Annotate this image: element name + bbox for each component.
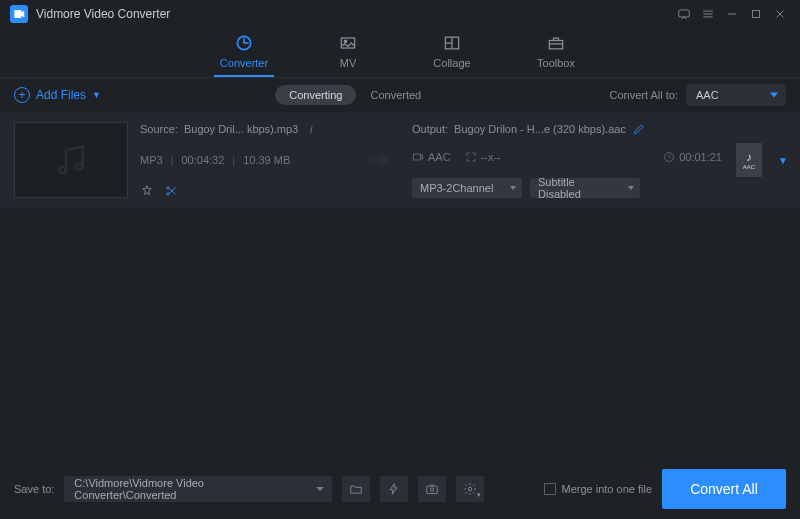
resolution-cell: --x-- bbox=[465, 151, 501, 163]
maximize-icon[interactable] bbox=[746, 4, 766, 24]
svg-rect-1 bbox=[753, 11, 760, 18]
rename-pencil-icon[interactable] bbox=[632, 122, 646, 136]
minimize-icon[interactable] bbox=[722, 4, 742, 24]
save-to-label: Save to: bbox=[14, 483, 54, 495]
feedback-icon[interactable] bbox=[674, 4, 694, 24]
settings-button[interactable]: ▾ bbox=[456, 476, 484, 502]
subtitle-select[interactable]: Subtitle Disabled bbox=[530, 178, 640, 198]
svg-rect-6 bbox=[549, 41, 562, 49]
clock-icon bbox=[663, 151, 675, 163]
tab-converter[interactable]: Converter bbox=[214, 33, 274, 77]
svg-point-7 bbox=[59, 167, 66, 174]
tab-collage[interactable]: Collage bbox=[422, 33, 482, 77]
sub-toolbar: + Add Files ▼ Converting Converted Conve… bbox=[0, 78, 800, 112]
output-format: AAC bbox=[428, 151, 451, 163]
output-format-chevron-icon[interactable]: ▼ bbox=[776, 122, 786, 198]
checkbox-icon bbox=[544, 483, 556, 495]
tab-toolbox[interactable]: Toolbox bbox=[526, 33, 586, 77]
output-duration: 00:01:21 bbox=[679, 151, 722, 163]
output-filename: Bugoy Drilon - H...e (320 kbps).aac bbox=[454, 123, 626, 135]
main-nav: Converter MV Collage Toolbox bbox=[0, 28, 800, 78]
app-title: Vidmore Video Converter bbox=[36, 7, 670, 21]
video-icon bbox=[412, 151, 424, 163]
collage-icon bbox=[442, 33, 462, 53]
footer-bar: Save to: C:\Vidmore\Vidmore Video Conver… bbox=[0, 459, 800, 519]
expand-icon bbox=[465, 151, 477, 163]
add-files-button[interactable]: + Add Files ▼ bbox=[14, 87, 101, 103]
chevron-down-icon: ▼ bbox=[92, 90, 101, 100]
snapshot-button[interactable] bbox=[418, 476, 446, 502]
title-bar: Vidmore Video Converter bbox=[0, 0, 800, 28]
resolution: --x-- bbox=[481, 151, 501, 163]
mv-icon bbox=[338, 33, 358, 53]
save-path-select[interactable]: C:\Vidmore\Vidmore Video Converter\Conve… bbox=[64, 476, 332, 502]
svg-rect-11 bbox=[414, 154, 421, 160]
output-format-badge: AAC bbox=[743, 164, 755, 170]
svg-point-4 bbox=[344, 40, 347, 43]
tab-label: Toolbox bbox=[537, 57, 575, 69]
menu-icon[interactable] bbox=[698, 4, 718, 24]
source-duration: 00:04:32 bbox=[181, 154, 224, 166]
converter-icon bbox=[234, 33, 254, 53]
music-note-icon: ♪ bbox=[746, 150, 752, 164]
tab-label: Collage bbox=[433, 57, 470, 69]
close-icon[interactable] bbox=[770, 4, 790, 24]
svg-point-9 bbox=[167, 193, 169, 195]
arrow-icon bbox=[360, 122, 400, 198]
source-label: Source: bbox=[140, 123, 178, 135]
convert-all-button[interactable]: Convert All bbox=[662, 469, 786, 509]
info-icon[interactable]: i bbox=[304, 122, 318, 136]
select-value: AAC bbox=[696, 89, 719, 101]
audio-channel-select[interactable]: MP3-2Channel bbox=[412, 178, 522, 198]
toolbox-icon bbox=[546, 33, 566, 53]
svg-point-8 bbox=[76, 163, 83, 170]
tab-label: Converter bbox=[220, 57, 268, 69]
svg-point-15 bbox=[469, 487, 473, 491]
svg-point-10 bbox=[167, 187, 169, 189]
svg-rect-13 bbox=[427, 486, 438, 494]
svg-point-14 bbox=[431, 488, 435, 492]
gear-icon bbox=[463, 482, 477, 496]
status-segment: Converting Converted bbox=[101, 85, 610, 105]
source-size: 10.39 MB bbox=[243, 154, 290, 166]
file-item: Source: Bugoy Dril... kbps).mp3 i MP3 | … bbox=[0, 112, 800, 208]
merge-checkbox[interactable]: Merge into one file bbox=[544, 483, 653, 495]
open-folder-button[interactable] bbox=[342, 476, 370, 502]
add-files-label: Add Files bbox=[36, 88, 86, 102]
tab-mv[interactable]: MV bbox=[318, 33, 378, 77]
convert-all-label: Convert All bbox=[690, 481, 758, 497]
svg-rect-0 bbox=[679, 10, 690, 17]
output-label: Output: bbox=[412, 123, 448, 135]
segment-converted[interactable]: Converted bbox=[356, 85, 435, 105]
cut-scissors-icon[interactable] bbox=[164, 184, 178, 198]
source-format: MP3 bbox=[140, 154, 163, 166]
convert-all-format-select[interactable]: AAC bbox=[686, 84, 786, 106]
save-path-value: C:\Vidmore\Vidmore Video Converter\Conve… bbox=[74, 477, 306, 501]
output-format-button[interactable]: ♪ AAC bbox=[734, 122, 764, 198]
merge-label: Merge into one file bbox=[562, 483, 653, 495]
duration-cell: 00:01:21 bbox=[663, 151, 722, 163]
output-column: Output: Bugoy Drilon - H...e (320 kbps).… bbox=[412, 122, 722, 198]
tab-label: MV bbox=[340, 57, 357, 69]
plus-icon: + bbox=[14, 87, 30, 103]
source-column: Source: Bugoy Dril... kbps).mp3 i MP3 | … bbox=[140, 122, 348, 198]
convert-all-to-label: Convert All to: bbox=[610, 89, 678, 101]
gpu-accel-button[interactable] bbox=[380, 476, 408, 502]
source-thumbnail[interactable] bbox=[14, 122, 128, 198]
source-filename: Bugoy Dril... kbps).mp3 bbox=[184, 123, 298, 135]
empty-area bbox=[0, 208, 800, 459]
output-format-cell: AAC bbox=[412, 151, 451, 163]
segment-converting[interactable]: Converting bbox=[275, 85, 356, 105]
app-logo-icon bbox=[10, 5, 28, 23]
edit-star-icon[interactable] bbox=[140, 184, 154, 198]
